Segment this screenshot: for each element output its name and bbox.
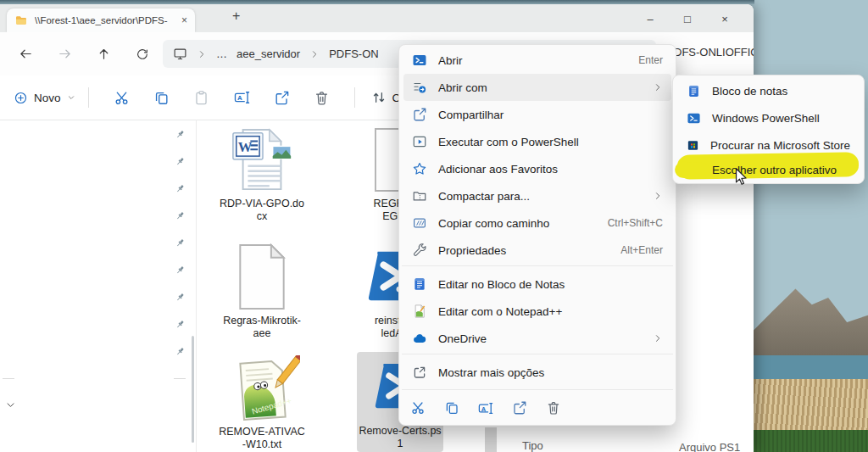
sidebar-scrollbar[interactable] xyxy=(192,336,194,443)
pin-icon[interactable] xyxy=(175,210,186,221)
window-controls: – □ × xyxy=(632,8,743,30)
menu-item-adicionar-favoritos[interactable]: Adicionar aos Favoritos xyxy=(403,155,671,182)
copy-button[interactable] xyxy=(153,90,170,106)
pin-icon[interactable] xyxy=(175,237,186,248)
cut-button[interactable] xyxy=(406,397,429,420)
menu-item-copiar-caminho[interactable]: Copiar como caminho Ctrl+Shift+C xyxy=(403,209,671,237)
menu-item-editar-notepad-plus-plus[interactable]: Editar com o Notepad++ xyxy=(403,298,671,325)
this-pc-icon xyxy=(173,47,187,61)
file-rdp-via-gpo[interactable] xyxy=(230,126,296,193)
breadcrumb-overflow[interactable]: … xyxy=(216,47,227,60)
share-button[interactable] xyxy=(274,90,290,106)
star-icon xyxy=(412,161,427,176)
chevron-right-icon xyxy=(653,82,663,92)
toolbar-divider xyxy=(88,87,89,108)
pin-icon[interactable] xyxy=(175,319,186,330)
menu-separator xyxy=(402,389,673,390)
file-remove-ativac[interactable] xyxy=(227,355,300,425)
microsoft-store-icon xyxy=(687,138,699,153)
file-label[interactable]: Regras-Mikrotik- aee xyxy=(198,315,326,340)
delete-button[interactable] xyxy=(314,90,330,106)
scrollbar-fragment xyxy=(485,427,497,452)
context-menu: Abrir Enter Abrir com Compartilhar Execu… xyxy=(398,44,676,426)
pin-icon[interactable] xyxy=(175,292,186,303)
menu-item-onedrive[interactable]: OneDrive xyxy=(403,325,671,352)
menu-item-abrir[interactable]: Abrir Enter xyxy=(403,47,671,74)
share-button[interactable] xyxy=(508,397,531,420)
paste-button[interactable] xyxy=(193,90,209,106)
menu-item-executar-powershell[interactable]: Executar com o PowerShell xyxy=(403,128,671,155)
new-button[interactable]: Novo xyxy=(14,91,75,105)
share-icon xyxy=(412,107,427,122)
mouse-cursor xyxy=(732,166,748,188)
navigation-pane xyxy=(0,120,197,452)
copy-path-icon xyxy=(412,215,427,231)
breadcrumb-clipped-text: DFS-ONLIOFFIC xyxy=(674,46,754,59)
menu-item-mostrar-mais-opcoes[interactable]: Mostrar mais opções xyxy=(403,359,671,386)
chevron-right-icon xyxy=(197,49,207,59)
menu-item-editar-bloco-notas[interactable]: Editar no Bloco de Notas xyxy=(403,271,671,298)
chevron-right-icon xyxy=(309,49,320,59)
breadcrumb-item-servidor[interactable]: aee_servidor xyxy=(236,47,300,60)
menu-item-compactar[interactable]: Compactar para... xyxy=(403,182,671,209)
pin-icon[interactable] xyxy=(175,183,186,194)
copy-button[interactable] xyxy=(440,397,463,420)
pin-icon[interactable] xyxy=(175,265,186,276)
tab-title: \\Forest-1\aee_servidor\PDFS- xyxy=(35,15,175,25)
new-tab-button[interactable]: + xyxy=(232,8,240,24)
menu-separator xyxy=(402,265,673,266)
file-label: Remove-Certs.ps 1 xyxy=(337,425,464,450)
tree-collapse-chevron-icon[interactable] xyxy=(5,399,16,410)
file-regras-mikrotik[interactable] xyxy=(235,243,289,310)
expand-icon xyxy=(412,365,427,380)
menu-quick-actions xyxy=(406,393,565,423)
refresh-button[interactable] xyxy=(129,47,156,61)
wallpaper-lake xyxy=(751,355,868,379)
background-window-strip xyxy=(0,0,754,4)
tab-bar: \\Forest-1\aee_servidor\PDFS- × + – □ × xyxy=(0,4,754,32)
zip-folder-icon xyxy=(412,188,427,204)
up-button[interactable] xyxy=(90,47,117,61)
menu-item-abrir-com[interactable]: Abrir com xyxy=(403,74,671,101)
menu-item-propriedades[interactable]: Propriedades Alt+Enter xyxy=(403,237,671,264)
menu-separator xyxy=(402,354,673,354)
folder-icon xyxy=(14,14,28,27)
submenu-item-bloco-de-notas[interactable]: Bloco de notas xyxy=(677,78,860,103)
breadcrumb-item-pdfs[interactable]: PDFS-ON xyxy=(329,47,379,60)
rename-button[interactable] xyxy=(233,89,250,106)
screen: { "window": { "tab": { "title": "\\\\For… xyxy=(0,0,868,452)
wallpaper-mountains xyxy=(751,278,868,366)
open-with-icon xyxy=(412,80,427,95)
type-column-value: Arquivo PS1 xyxy=(679,441,740,452)
file-label[interactable]: RDP-VIA-GPO.do cx xyxy=(198,198,326,223)
pin-icon[interactable] xyxy=(175,156,186,167)
wrench-icon xyxy=(412,243,427,258)
sidebar-separator xyxy=(3,378,14,379)
forward-button[interactable] xyxy=(51,47,78,61)
pin-icon[interactable] xyxy=(175,346,186,357)
rename-button[interactable] xyxy=(474,397,497,420)
sidebar-separator xyxy=(174,378,186,379)
file-label[interactable]: REMOVE-ATIVAC -W10.txt xyxy=(198,426,326,451)
blank-document-icon xyxy=(235,243,289,310)
powershell-icon xyxy=(412,53,427,68)
tab-close-icon[interactable]: × xyxy=(181,14,187,26)
submenu-item-windows-powershell[interactable]: Windows PowerShell xyxy=(677,105,860,131)
menu-item-compartilhar[interactable]: Compartilhar xyxy=(403,101,671,128)
pin-icon[interactable] xyxy=(175,129,186,140)
notepad-icon xyxy=(687,84,701,98)
cut-button[interactable] xyxy=(114,90,130,106)
minimize-button[interactable]: – xyxy=(632,8,669,30)
back-button[interactable] xyxy=(12,47,39,61)
close-button[interactable]: × xyxy=(706,8,743,30)
wallpaper-grass xyxy=(751,430,868,452)
onedrive-cloud-icon xyxy=(412,331,427,346)
run-powershell-icon xyxy=(412,134,427,149)
new-button-label: Novo xyxy=(34,92,61,104)
word-document-icon xyxy=(230,126,296,193)
delete-button[interactable] xyxy=(542,397,565,420)
maximize-button[interactable]: □ xyxy=(669,8,706,30)
toolbar-divider xyxy=(354,87,355,108)
sort-arrows-icon xyxy=(371,90,387,105)
explorer-tab[interactable]: \\Forest-1\aee_servidor\PDFS- × xyxy=(7,8,195,32)
